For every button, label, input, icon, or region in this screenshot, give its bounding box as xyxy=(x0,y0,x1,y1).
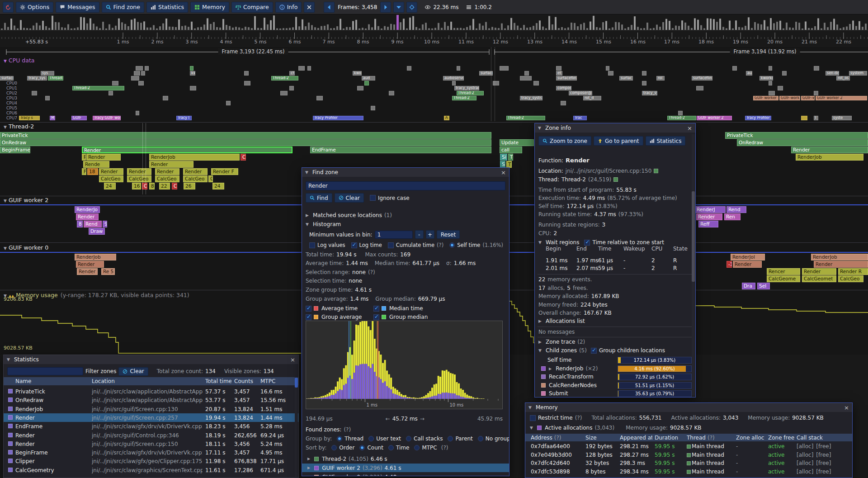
legend-checkbox[interactable] xyxy=(306,306,311,312)
toolbar-button-messages[interactable]: Messages xyxy=(56,2,99,13)
zone[interactable]: C xyxy=(208,175,213,182)
table-row[interactable]: Renderjni/../jni/src/guif/Screen.cpp:150… xyxy=(4,440,298,448)
cpu-zone[interactable]: sen-dis xyxy=(826,71,839,76)
scrollbar-thumb[interactable] xyxy=(295,378,298,388)
child-zone-row[interactable]: CalcRenderNodes xyxy=(541,382,597,388)
cpu-zone[interactable]: sys xyxy=(41,71,54,76)
cpu-zone[interactable] xyxy=(556,66,561,71)
zone[interactable]: EndFrame xyxy=(310,147,491,153)
call-stack-free[interactable]: [free] xyxy=(816,469,831,475)
cpu-zone[interactable] xyxy=(289,86,294,90)
tools-button[interactable] xyxy=(304,2,315,13)
zone[interactable]: CalcGeo xyxy=(183,175,208,182)
zone[interactable]: PrivateTick xyxy=(0,132,491,139)
collapse-icon[interactable] xyxy=(4,293,7,298)
zone[interactable]: 8 xyxy=(77,221,83,227)
cpu-zone[interactable] xyxy=(801,116,807,120)
expand-icon[interactable] xyxy=(538,319,542,323)
child-zone-bar[interactable]: 35.63 µs (0.79%) xyxy=(618,390,692,397)
zone[interactable]: Render xyxy=(99,168,123,175)
cpu-zone[interactable] xyxy=(316,96,323,100)
cpu-zone[interactable] xyxy=(280,91,288,95)
zone[interactable]: F xyxy=(82,168,86,175)
scrollbar-thumb[interactable] xyxy=(692,191,695,282)
zone[interactable]: 9 xyxy=(103,221,107,227)
column-header[interactable]: Call stack xyxy=(797,434,851,441)
table-row[interactable]: Renderjni/../jni/src/guif/Control.cpp:34… xyxy=(4,431,298,440)
group-by-radio[interactable] xyxy=(448,436,453,441)
zone-time-histogram[interactable]: 1 ms10 ms xyxy=(306,321,503,409)
cpu-zone[interactable] xyxy=(769,91,775,95)
child-zone-row[interactable]: Submit xyxy=(541,390,568,397)
zone[interactable]: Render xyxy=(696,213,722,220)
statistics-window-titlebar[interactable]: Statistics× xyxy=(4,355,298,364)
column-header[interactable]: Zone alloc xyxy=(736,434,766,441)
table-row[interactable]: PrivateTickjni/../jni/src/claw/applicati… xyxy=(4,387,298,396)
memory-window-titlebar[interactable]: Memory× xyxy=(525,403,852,412)
zone[interactable]: RenderJol xyxy=(731,254,765,260)
zone[interactable]: 26 xyxy=(184,183,195,189)
close-icon[interactable]: × xyxy=(501,170,506,175)
cpu-zone[interactable] xyxy=(642,71,646,76)
cpu-zone[interactable]: Thread-2 xyxy=(457,91,484,95)
table-row[interactable]: EndFramejni/../jni/src/claw/gfx/drv/vk/D… xyxy=(4,422,298,431)
cpu-zone[interactable] xyxy=(141,71,145,76)
find-button[interactable]: Find xyxy=(306,193,332,203)
cpu-zone[interactable]: et xyxy=(556,71,562,76)
toolbar-button-info[interactable]: Info xyxy=(275,2,302,13)
thread-header-guif-worker-0[interactable]: GUIF worker 0 xyxy=(4,244,48,251)
cpu-zone[interactable]: Tracy Profiler xyxy=(745,116,771,120)
table-row[interactable]: Clipperjni/../jni/src/claw/gfx/geo/Clipp… xyxy=(4,457,298,465)
wait-region-row[interactable]: 2.01 ms2.07 ms59 µs-2R xyxy=(535,265,695,273)
zone[interactable]: Update xyxy=(500,139,534,146)
cpu-zone[interactable]: Thread-2 xyxy=(452,96,476,100)
zone[interactable]: 24 xyxy=(104,183,116,189)
zone[interactable]: 8 xyxy=(149,183,155,189)
cpu-zone[interactable] xyxy=(769,66,772,71)
zone[interactable]: Render xyxy=(183,168,208,175)
call-stack-alloc[interactable]: [alloc] xyxy=(797,443,813,450)
cpu-zone[interactable]: Tracy GUIF wor xyxy=(93,116,121,120)
collapse-icon[interactable] xyxy=(4,246,7,251)
call-stack-alloc[interactable]: [alloc] xyxy=(797,460,813,466)
cpu-zone[interactable] xyxy=(732,66,737,71)
group-by-radio[interactable] xyxy=(478,436,483,441)
cpu-zone[interactable]: rot_d xyxy=(583,96,601,100)
zone[interactable]: OnRedraw xyxy=(737,139,868,146)
cpu-zone[interactable] xyxy=(606,66,609,71)
column-header[interactable]: Duration xyxy=(655,434,684,441)
cpu-zone[interactable] xyxy=(814,91,818,95)
cpu-zone[interactable] xyxy=(524,71,529,76)
cpu-zone[interactable] xyxy=(136,66,143,71)
zone[interactable]: PrivateTick xyxy=(725,132,868,139)
cpu-zone[interactable]: A xyxy=(444,116,449,120)
found-zone-group[interactable]: Thread-2(4,105)6.46 s xyxy=(302,454,509,463)
decrement-button[interactable]: - xyxy=(415,230,424,239)
toolbar-button-memory[interactable]: Memory xyxy=(190,2,229,13)
zone[interactable]: Rend xyxy=(726,206,746,213)
column-header[interactable]: Thread(?) xyxy=(687,434,734,441)
toolbar-button-options[interactable]: Options xyxy=(16,2,53,13)
zone-trace-row[interactable]: Zone trace(2) xyxy=(538,339,585,345)
legend-checkbox[interactable] xyxy=(306,314,311,320)
zone[interactable]: Si xyxy=(500,154,507,161)
child-zone-bar[interactable]: 4.16 ms (92.60%) xyxy=(618,365,692,372)
min-bin-input[interactable] xyxy=(375,231,413,239)
reset-button[interactable]: Reset xyxy=(437,230,460,239)
cpu-zone[interactable] xyxy=(244,71,249,76)
expand-icon[interactable] xyxy=(307,475,310,476)
zone-info-button-go-to-parent[interactable]: Go to parent xyxy=(594,136,643,146)
zone[interactable]: OnRedraw xyxy=(0,139,491,146)
cpu-zone[interactable] xyxy=(307,66,311,71)
zone[interactable]: Rende xyxy=(83,161,109,168)
zone[interactable]: RenderJob xyxy=(75,254,116,260)
collapse-icon[interactable] xyxy=(305,170,308,175)
zone[interactable]: BeginFrame xyxy=(0,147,30,153)
log-values-checkbox[interactable] xyxy=(309,242,315,248)
call-stack-free[interactable]: [free] xyxy=(816,452,831,458)
cpu-zone[interactable] xyxy=(138,81,144,85)
cpu-zone[interactable]: rol xyxy=(656,76,665,80)
cpu-zone[interactable] xyxy=(163,96,168,100)
frame-overview-strip[interactable] xyxy=(0,15,868,30)
sort-by-radio[interactable] xyxy=(388,445,394,450)
